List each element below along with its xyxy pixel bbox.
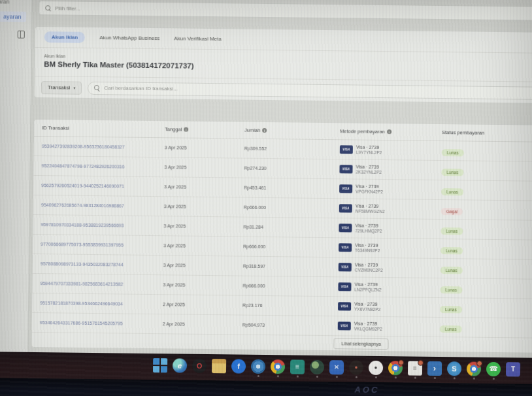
visa-card-icon: VISA <box>339 165 352 173</box>
lihat-selengkapnya-button[interactable]: Lihat selengkapnya <box>333 338 389 350</box>
transaksi-dropdown[interactable]: Transaksi ▾ <box>41 81 82 95</box>
amount-cell: Rp666.000 <box>244 205 339 211</box>
transaction-id-link[interactable]: 9515782181870398-9534662496649034 <box>40 301 163 306</box>
amount-cell: Rp274.230 <box>244 166 339 172</box>
visa-card-icon: VISA <box>340 145 353 154</box>
collapse-sidebar-icon[interactable] <box>18 31 25 39</box>
status-cell: Lunas <box>441 263 463 274</box>
amount-cell: Rp504.973 <box>242 323 338 329</box>
transaction-id-link[interactable]: 9534642643317686-9515761545205795 <box>40 320 163 326</box>
account-card: Akun Iklan Akun WhatsApp Business Akun V… <box>34 26 532 104</box>
date-cell: 3 Apr 2025 <box>163 243 243 248</box>
visa-card-icon: VISA <box>338 302 351 310</box>
x-app-icon[interactable]: ✕ <box>329 360 344 374</box>
transaction-search-box <box>88 81 532 99</box>
chevron-down-icon: ▾ <box>73 86 75 90</box>
visa-card-icon: VISA <box>339 263 352 271</box>
notes-app-icon[interactable]: ≡ <box>290 359 305 374</box>
visa-card-icon: VISA <box>338 282 351 291</box>
payment-method-cell: VISAVisa · 2739CVZM0NC2P2 <box>339 261 441 274</box>
transaction-id-link[interactable]: 9539427392839208-9563236180458327 <box>42 144 165 150</box>
date-cell: 3 Apr 2025 <box>164 165 244 170</box>
status-cell: Lunas <box>441 243 463 255</box>
payment-method-cell: VISAVisa · 2739729LHMQ2P2 <box>339 222 441 235</box>
search-icon <box>45 5 51 11</box>
facebook-icon[interactable]: f <box>231 359 246 373</box>
tab-akun-iklan[interactable]: Akun Iklan <box>44 31 86 43</box>
status-badge: Lunas <box>441 169 463 176</box>
status-cell: Lunas <box>440 322 462 333</box>
windows-start-icon[interactable] <box>153 358 167 372</box>
transaction-id-link[interactable]: 9522404847874798-9772482926200316 <box>41 163 164 169</box>
vscode-icon[interactable]: › <box>427 361 442 375</box>
transaction-id-link[interactable]: 9597810970334188-9538819239566693 <box>41 222 163 228</box>
payment-method-cell: VISAVisa · 2739LN2PFQLZN2 <box>338 281 440 293</box>
monitor: aran ayaran Akun Iklan Akun WhatsApp Bus… <box>0 0 532 396</box>
header-id-transaksi: ID Transaksi <box>42 125 165 132</box>
edge-icon[interactable]: e <box>173 358 187 372</box>
status-cell: Lunas <box>440 302 462 314</box>
whatsapp-icon[interactable]: ☎ <box>486 361 501 376</box>
payment-method-cell: VISAVisa · 2739T6349N92P2 <box>339 242 441 254</box>
amount-cell: Rp666.000 <box>243 244 339 250</box>
billing-page: aran ayaran Akun Iklan Akun WhatsApp Bus… <box>0 0 532 358</box>
info-icon: i <box>262 128 267 133</box>
status-badge: Lunas <box>440 325 462 333</box>
tab-akun-whatsapp-business[interactable]: Akun WhatsApp Business <box>99 35 159 41</box>
payment-method-cell: VISAVisa · 2739YX6V7N82P2 <box>338 301 440 313</box>
amount-cell: Rp309.552 <box>244 146 340 152</box>
amount-cell: Rp23.176 <box>242 303 338 309</box>
visa-card-icon: VISA <box>339 243 352 252</box>
chrome-profile-icon[interactable] <box>467 361 481 376</box>
payment-method-cell: VISAVisa · 27392K32YNL2P2 <box>339 163 441 176</box>
visa-card-icon: VISA <box>339 184 352 193</box>
transaction-id-link[interactable]: 9578088098973133-9435032083278744 <box>41 261 163 267</box>
transaction-id-link[interactable]: 9540962762685674-9831284016986867 <box>41 203 164 208</box>
transaction-id-link[interactable]: 9594479707333981-9825683614213582 <box>40 281 163 287</box>
payment-method-cell: VISAVisa · 2739L9Y7YNL2P2 <box>340 144 442 156</box>
text-editor-icon[interactable]: ≡ <box>408 361 422 375</box>
amount-cell: Rp31.284 <box>243 225 339 231</box>
chrome-profile-icon[interactable] <box>388 361 403 375</box>
status-cell: Lunas <box>441 223 463 235</box>
tab-akun-verifikasi-meta[interactable]: Akun Verifikasi Meta <box>174 35 222 42</box>
visa-card-icon: VISA <box>339 204 352 212</box>
visa-card-icon: VISA <box>338 322 351 330</box>
sidebar: aran ayaran <box>0 0 33 359</box>
status-cell: Gagal <box>441 204 463 216</box>
filter-input[interactable] <box>55 5 532 16</box>
status-cell: Lunas <box>441 165 463 176</box>
media-app-icon[interactable] <box>310 359 324 374</box>
password-manager-icon[interactable]: ● <box>369 360 383 374</box>
transaction-id-link[interactable]: 9562579260524019-9440252146090071 <box>41 183 164 189</box>
screen-recorder-icon[interactable]: ● <box>349 360 363 374</box>
payment-method-cell: VISAVisa · 2739VKLQGM92P2 <box>338 320 440 333</box>
transaction-id-link[interactable]: 9770066689775073-9553839931397955 <box>41 242 163 248</box>
photos-app-icon[interactable] <box>251 359 265 373</box>
payment-method-cell: VISAVisa · 2739VPGFKN42P2 <box>339 183 441 195</box>
amount-cell: Rp666.000 <box>242 284 338 289</box>
aoc-logo: AOC <box>354 385 380 395</box>
transaksi-dropdown-label: Transaksi <box>48 84 70 90</box>
date-cell: 3 Apr 2025 <box>163 282 242 288</box>
info-icon: i <box>387 129 391 134</box>
status-badge: Lunas <box>441 247 463 254</box>
sidebar-item-partial[interactable]: aran <box>0 0 9 5</box>
search-icon <box>94 85 100 91</box>
opera-icon[interactable]: O <box>192 358 207 372</box>
date-cell: 3 Apr 2025 <box>163 263 243 268</box>
chrome-icon[interactable] <box>271 359 285 374</box>
header-metode-pembayaran: Metode pembayarani <box>340 128 442 135</box>
skype-icon[interactable]: S <box>447 361 461 376</box>
date-cell: 3 Apr 2025 <box>164 204 244 209</box>
transaction-search-input[interactable] <box>104 85 532 96</box>
sidebar-item-payments[interactable]: ayaran <box>0 11 26 22</box>
file-explorer-icon[interactable] <box>212 359 226 373</box>
amount-cell: Rp318.597 <box>243 264 339 270</box>
status-badge: Lunas <box>441 267 463 274</box>
teams-icon[interactable]: T <box>506 362 520 376</box>
date-cell: 2 Apr 2025 <box>163 322 242 327</box>
status-cell: Lunas <box>442 145 464 157</box>
filter-bar <box>39 1 532 21</box>
status-badge: Lunas <box>441 227 463 235</box>
